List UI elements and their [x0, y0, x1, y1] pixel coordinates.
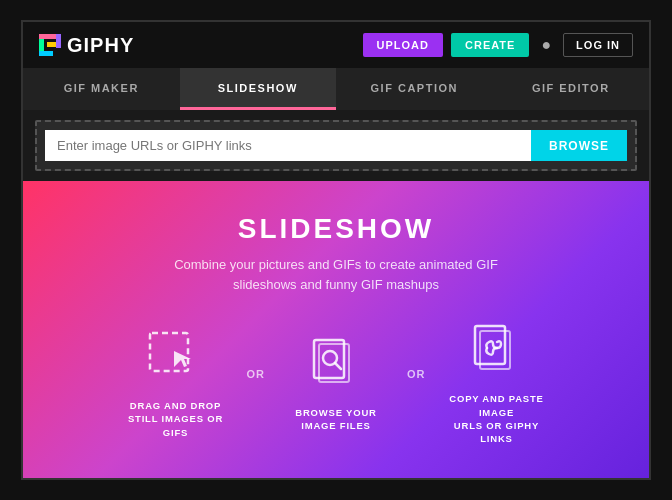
- svg-rect-2: [56, 34, 61, 48]
- app-window: GIPHY UPLOAD CREATE ● LOG IN GIF MAKER S…: [21, 20, 651, 480]
- tab-gif-editor[interactable]: GIF EDITOR: [493, 68, 650, 110]
- main-content: SLIDESHOW Combine your pictures and GIFs…: [23, 181, 649, 478]
- feature-browse: BROWSE YOUR IMAGE FILES: [281, 336, 391, 433]
- or-divider-1: OR: [247, 368, 266, 380]
- url-bar-wrapper: BROWSE: [35, 120, 637, 171]
- login-button[interactable]: LOG IN: [563, 33, 633, 57]
- tab-slideshow[interactable]: SLIDESHOW: [180, 68, 337, 110]
- svg-rect-5: [150, 333, 188, 371]
- main-subtitle: Combine your pictures and GIFs to create…: [174, 255, 498, 294]
- user-icon[interactable]: ●: [537, 32, 555, 58]
- tab-gif-maker[interactable]: GIF MAKER: [23, 68, 180, 110]
- giphy-logo-icon: [39, 34, 61, 56]
- feature-drag-drop: DRAG AND DROP STILL IMAGES OR GIFS: [121, 329, 231, 439]
- features-list: DRAG AND DROP STILL IMAGES OR GIFS OR BR…: [121, 322, 552, 445]
- tab-gif-caption[interactable]: GIF CAPTION: [336, 68, 493, 110]
- upload-button[interactable]: UPLOAD: [363, 33, 443, 57]
- url-input[interactable]: [45, 130, 531, 161]
- drag-drop-icon: [146, 329, 206, 389]
- svg-rect-4: [47, 42, 56, 47]
- svg-line-10: [335, 363, 341, 369]
- svg-rect-3: [39, 51, 53, 56]
- logo: GIPHY: [39, 34, 134, 57]
- tabs-bar: GIF MAKER SLIDESHOW GIF CAPTION GIF EDIT…: [23, 68, 649, 110]
- create-button[interactable]: CREATE: [451, 33, 529, 57]
- feature-copy-paste: COPY AND PASTE IMAGEURLS OR GIPHY LINKS: [442, 322, 552, 445]
- copy-paste-icon: [467, 322, 527, 382]
- logo-text: GIPHY: [67, 34, 134, 57]
- drag-drop-label: DRAG AND DROP STILL IMAGES OR GIFS: [121, 399, 231, 439]
- header-actions: UPLOAD CREATE ● LOG IN: [363, 32, 633, 58]
- browse-button[interactable]: BROWSE: [531, 130, 627, 161]
- or-divider-2: OR: [407, 368, 426, 380]
- browse-icon: [306, 336, 366, 396]
- header: GIPHY UPLOAD CREATE ● LOG IN: [23, 22, 649, 68]
- main-title: SLIDESHOW: [238, 213, 435, 245]
- browse-label: BROWSE YOUR IMAGE FILES: [281, 406, 391, 433]
- copy-paste-label: COPY AND PASTE IMAGEURLS OR GIPHY LINKS: [442, 392, 552, 445]
